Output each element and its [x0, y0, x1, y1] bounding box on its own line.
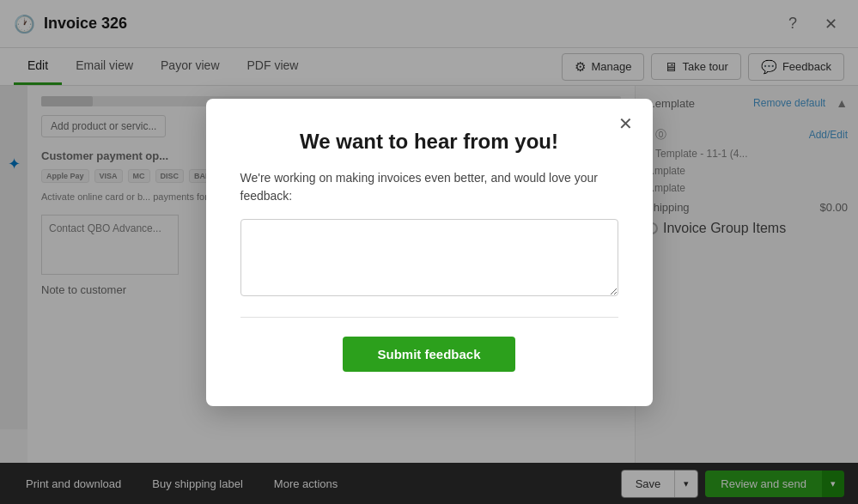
feedback-textarea[interactable] — [240, 219, 618, 296]
modal-close-button[interactable]: ✕ — [613, 111, 639, 137]
feedback-modal: ✕ We want to hear from you! We're workin… — [206, 99, 653, 406]
modal-title: We want to hear from you! — [240, 130, 618, 154]
modal-description: We're working on making invoices even be… — [240, 169, 618, 205]
modal-overlay[interactable]: ✕ We want to hear from you! We're workin… — [0, 0, 858, 504]
modal-divider — [240, 317, 618, 318]
submit-feedback-button[interactable]: Submit feedback — [343, 337, 514, 372]
